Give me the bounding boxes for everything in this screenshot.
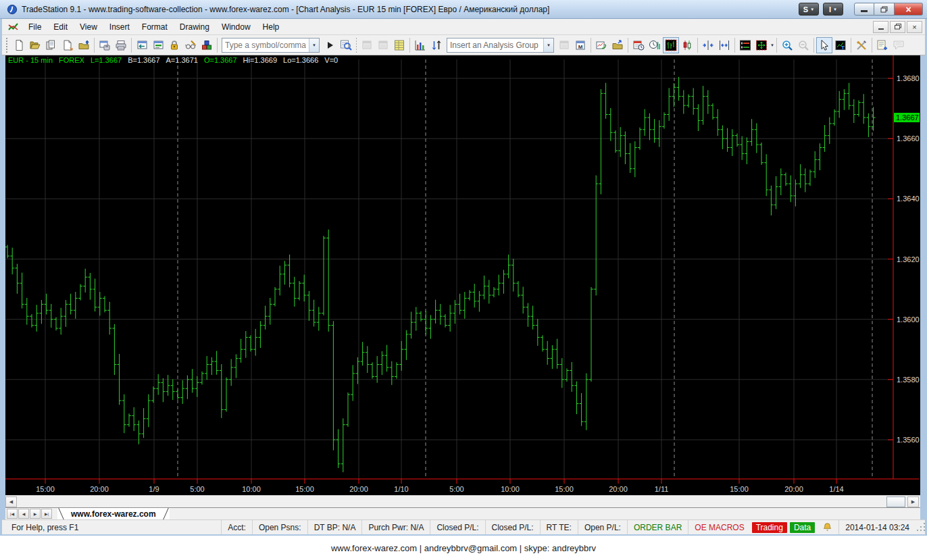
lock-workspace-button[interactable] (166, 37, 182, 53)
cal-clock-icon (632, 39, 645, 51)
status-trading[interactable]: Trading (752, 522, 787, 533)
sessions-button[interactable] (647, 37, 663, 53)
horizontal-scrollbar[interactable]: ◀ ▶ (5, 495, 920, 507)
status-order-bar[interactable]: ORDER BAR (627, 520, 688, 534)
scroll-right-button[interactable]: ▶ (907, 497, 919, 507)
radarscreen-button[interactable] (391, 37, 407, 53)
previous-window-button[interactable] (134, 37, 150, 53)
print-button[interactable] (113, 37, 129, 53)
scroll-left-button[interactable]: ◀ (5, 497, 17, 507)
toolbar-grip[interactable] (5, 38, 9, 53)
last-tab-button[interactable]: ▶| (41, 509, 52, 519)
win-next-icon (152, 39, 164, 51)
chart-document-icon (7, 21, 20, 33)
chevron-down-icon[interactable]: ▼ (309, 39, 319, 52)
menu-view[interactable]: View (74, 20, 103, 34)
symbol-lookup-button[interactable] (338, 37, 354, 53)
workspace-tab[interactable]: www.forex-warez.com (57, 508, 170, 519)
save-all-workspaces-button[interactable] (43, 37, 59, 53)
symbol-command-input[interactable] (222, 41, 309, 50)
next-window-button[interactable] (150, 37, 166, 53)
chart-quote-field: B=1.3667 (128, 56, 159, 64)
price-chart[interactable]: 1.36801.36601.36401.36201.36001.35801.35… (5, 55, 920, 495)
scrollbar-thumb[interactable] (886, 497, 905, 507)
resize-grip[interactable] (916, 520, 925, 534)
chart-trading-button[interactable]: T (832, 37, 849, 53)
chart-quote-field: O=1.3667 (204, 56, 237, 64)
open-window-button[interactable] (609, 37, 626, 53)
svg-text:1.3640: 1.3640 (897, 195, 920, 203)
zoom-out-button (795, 37, 811, 53)
chevron-down-icon: ▼ (810, 7, 814, 11)
chevron-down-icon[interactable]: ▼ (770, 43, 774, 47)
comment-button (891, 37, 907, 53)
time-frame-button[interactable] (630, 37, 647, 53)
pointer-tool-button[interactable] (816, 37, 832, 53)
workspace-style-button[interactable] (182, 37, 199, 53)
decrease-bar-spacing-button[interactable] (700, 37, 716, 53)
close-button[interactable]: × (895, 3, 923, 16)
run-command-button[interactable] (322, 37, 338, 53)
menu-insert[interactable]: Insert (103, 20, 136, 34)
svg-text:1.3620: 1.3620 (897, 255, 920, 263)
ins-symbol-icon (595, 39, 607, 51)
analysis-group-combo[interactable]: Insert an Analysis Group▼ (447, 38, 554, 53)
quote-window-button (359, 37, 375, 53)
add-analysis-note-button[interactable] (874, 37, 891, 53)
chevron-down-icon[interactable]: ▼ (543, 39, 553, 52)
mdi-close-button[interactable]: × (907, 21, 922, 33)
mdi-minimize-button[interactable] (873, 21, 888, 33)
svg-text:1/11: 1/11 (655, 485, 669, 493)
toolbar-separator (356, 38, 357, 53)
toolbar-separator (872, 38, 872, 53)
insert-symbol-button[interactable] (593, 37, 609, 53)
order-bar-button[interactable] (737, 37, 753, 53)
sort-updown-button[interactable] (428, 37, 445, 53)
minimize-button[interactable] (854, 3, 874, 16)
prev-tab-button[interactable]: ◀ (18, 509, 29, 519)
save-desktop-button[interactable] (97, 37, 113, 53)
zoom-in-button[interactable] (779, 37, 795, 53)
pointer-icon (818, 39, 830, 51)
candlestick-style-button[interactable] (679, 37, 695, 53)
macros-window-button[interactable]: M (572, 37, 588, 53)
first-tab-button[interactable]: |◀ (7, 509, 18, 519)
menu-window[interactable]: Window (216, 20, 257, 34)
screen: TradeStation 9.1 - www.trading-software-… (0, 0, 927, 560)
chart-shift-button[interactable] (753, 37, 770, 53)
svg-text:10:00: 10:00 (242, 485, 261, 493)
toolbar-separator (776, 38, 777, 53)
go-icon (324, 39, 336, 51)
menu-file[interactable]: File (22, 20, 47, 34)
menu-help[interactable]: Help (257, 20, 286, 34)
chart-analysis-button[interactable] (412, 37, 428, 53)
open-workspace-button[interactable] (27, 37, 43, 53)
status-open-psns: Open Psns: (252, 520, 307, 534)
mdi-restore-button[interactable] (890, 21, 905, 33)
bell-icon[interactable] (816, 520, 838, 534)
indicator-titlebar-button[interactable]: I▼ (823, 3, 843, 16)
menu-format[interactable]: Format (136, 20, 174, 34)
folder-arrow-icon (611, 39, 624, 51)
object-explorer-button[interactable] (199, 37, 215, 53)
restore-button[interactable] (874, 3, 895, 16)
new-workspace-button[interactable] (11, 37, 27, 53)
menu-drawing[interactable]: Drawing (174, 20, 216, 34)
increase-bar-spacing-button[interactable] (716, 37, 732, 53)
menu-edit[interactable]: Edit (47, 20, 74, 34)
drawing-tools-button[interactable] (853, 37, 870, 53)
chart-text-icon: T (834, 39, 847, 51)
chart-area[interactable]: EUR - 15 minFOREXL=1.3667B=1.3667A=1.367… (5, 55, 920, 495)
space-inc-icon (718, 39, 730, 51)
tools-icon (855, 39, 868, 51)
bars-green-icon (665, 39, 677, 51)
svg-text:5:00: 5:00 (449, 485, 464, 493)
status-oe-macros[interactable]: OE MACROS (688, 520, 750, 534)
strategy-titlebar-button[interactable]: S▼ (799, 3, 819, 16)
bar-chart-style-button[interactable] (663, 37, 679, 53)
save-workspace-as-button[interactable] (59, 37, 76, 53)
next-tab-button[interactable]: ▶ (30, 509, 41, 519)
desk-save-icon (99, 39, 111, 51)
close-workspace-button[interactable] (76, 37, 92, 53)
status-data[interactable]: Data (790, 522, 815, 533)
